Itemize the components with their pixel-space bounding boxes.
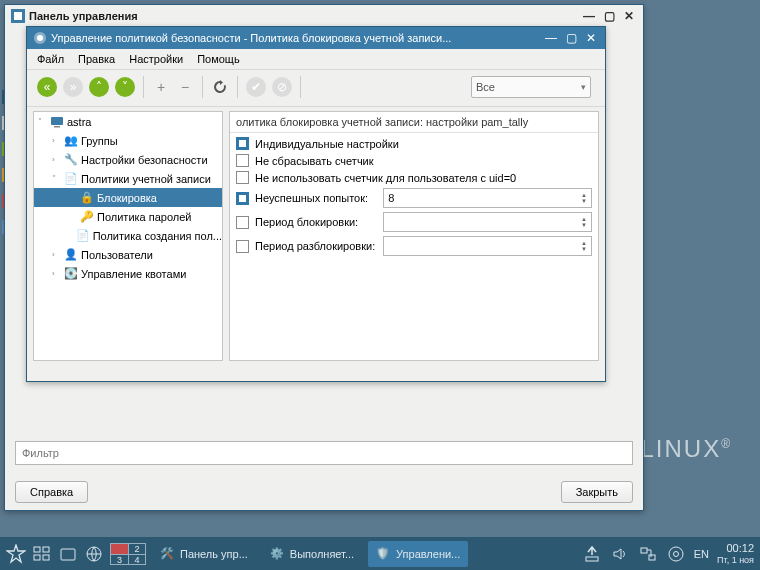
tree-view[interactable]: ˅ astra › 👥 Группы › 🔧 Настройки безопас…	[33, 111, 223, 361]
workspace-3[interactable]: 3	[111, 554, 128, 565]
collapse-icon[interactable]: ˅	[38, 117, 47, 126]
refresh-icon[interactable]	[211, 78, 229, 96]
workspace-2[interactable]: 2	[128, 544, 145, 554]
svg-rect-10	[43, 555, 49, 560]
individual-settings-checkbox[interactable]	[236, 137, 249, 150]
deny-icon[interactable]: ⊘	[272, 77, 292, 97]
tree-item-quota[interactable]: › 💽 Управление квотами	[34, 264, 222, 283]
app-icon	[33, 31, 47, 45]
tree-item-users[interactable]: › 👤 Пользователи	[34, 245, 222, 264]
tree-item-account-policies[interactable]: ˅ 📄 Политики учетной записи	[34, 169, 222, 188]
close-icon[interactable]: ✕	[623, 10, 635, 22]
checkbox-label: Индивидуальные настройки	[255, 138, 399, 150]
collapse-icon[interactable]: ˅	[52, 174, 61, 183]
tree-item-creation-policy[interactable]: 📄 Политика создания пол...	[34, 226, 222, 245]
accept-icon[interactable]: ✔	[246, 77, 266, 97]
svg-rect-1	[14, 12, 22, 20]
maximize-icon[interactable]: ▢	[603, 10, 615, 22]
window-titlebar[interactable]: Управление политикой безопасности - Поли…	[27, 27, 605, 49]
browser-icon[interactable]	[84, 544, 104, 564]
taskbar-task[interactable]: 🛠️ Панель упр...	[152, 541, 256, 567]
clock-date: Пт, 1 ноя	[717, 554, 754, 566]
brand-text: LINUX	[640, 435, 721, 462]
tasks-icon[interactable]	[32, 544, 52, 564]
tree-item-groups[interactable]: › 👥 Группы	[34, 131, 222, 150]
close-icon[interactable]: ✕	[585, 32, 597, 44]
tree-item-password-policy[interactable]: 🔑 Политика паролей	[34, 207, 222, 226]
task-label: Выполняет...	[290, 548, 354, 560]
workspace-4[interactable]: 4	[128, 554, 145, 565]
keyboard-layout[interactable]: EN	[694, 548, 709, 560]
remove-icon[interactable]: −	[176, 77, 194, 97]
menu-bar: Файл Правка Настройки Помощь	[27, 49, 605, 70]
spin-down-icon[interactable]: ▼	[581, 222, 587, 228]
help-button[interactable]: Справка	[15, 481, 88, 503]
tree-label: Пользователи	[81, 249, 153, 261]
window-title: Управление политикой безопасности - Поли…	[51, 32, 541, 44]
svg-rect-14	[641, 548, 647, 553]
close-button[interactable]: Закрыть	[561, 481, 633, 503]
nav-forward-icon[interactable]: »	[63, 77, 83, 97]
updates-icon[interactable]	[582, 544, 602, 564]
window-titlebar[interactable]: Панель управления — ▢ ✕	[5, 5, 643, 27]
taskbar: 2 3 4 🛠️ Панель упр... ⚙️ Выполняет... 🛡…	[0, 537, 760, 570]
expand-icon[interactable]: ›	[52, 269, 61, 278]
clock[interactable]: 00:12 Пт, 1 ноя	[717, 542, 754, 566]
svg-rect-11	[61, 549, 75, 560]
no-reset-checkbox[interactable]	[236, 154, 249, 167]
network-icon[interactable]	[638, 544, 658, 564]
taskbar-task[interactable]: ⚙️ Выполняет...	[262, 541, 362, 567]
nav-up-icon[interactable]: ˄	[89, 77, 109, 97]
app-icon: 🛠️	[160, 547, 174, 560]
app-icon: 🛡️	[376, 547, 390, 560]
spin-down-icon[interactable]: ▼	[581, 246, 587, 252]
expand-icon[interactable]: ›	[52, 136, 61, 145]
minimize-icon[interactable]: —	[583, 10, 595, 22]
svg-rect-15	[649, 555, 655, 560]
tree-item-security-settings[interactable]: › 🔧 Настройки безопасности	[34, 150, 222, 169]
policy-icon: 📄	[64, 172, 78, 186]
system-tray: EN 00:12 Пт, 1 ноя	[582, 542, 754, 566]
nav-back-icon[interactable]: «	[37, 77, 57, 97]
lock-period-checkbox[interactable]	[236, 216, 249, 229]
fail-attempts-spinner[interactable]: 8 ▲▼	[383, 188, 592, 208]
menu-edit[interactable]: Правка	[78, 53, 115, 65]
unlock-period-spinner[interactable]: ▲▼	[383, 236, 592, 256]
fail-attempts-checkbox[interactable]	[236, 192, 249, 205]
expand-icon[interactable]: ›	[52, 250, 61, 259]
maximize-icon[interactable]: ▢	[565, 32, 577, 44]
volume-icon[interactable]	[610, 544, 630, 564]
svg-rect-5	[54, 126, 60, 128]
checkbox-label: Не сбрасывать счетчик	[255, 155, 374, 167]
expand-icon[interactable]: ›	[52, 155, 61, 164]
svg-point-3	[37, 35, 43, 41]
menu-help[interactable]: Помощь	[197, 53, 240, 65]
workspace-1[interactable]	[111, 544, 128, 554]
tree-root[interactable]: ˅ astra	[34, 112, 222, 131]
unlock-period-checkbox[interactable]	[236, 240, 249, 253]
menu-settings[interactable]: Настройки	[129, 53, 183, 65]
usb-icon[interactable]	[666, 544, 686, 564]
filter-input[interactable]	[15, 441, 633, 465]
tree-item-lockout[interactable]: 🔒 Блокировка	[34, 188, 222, 207]
workspace-pager[interactable]: 2 3 4	[110, 543, 146, 565]
add-icon[interactable]: +	[152, 77, 170, 97]
files-icon[interactable]	[58, 544, 78, 564]
tree-label: Блокировка	[97, 192, 157, 204]
uid0-checkbox[interactable]	[236, 171, 249, 184]
taskbar-task-active[interactable]: 🛡️ Управлени...	[368, 541, 468, 567]
tree-label: Группы	[81, 135, 118, 147]
security-policy-window: Управление политикой безопасности - Поли…	[26, 26, 606, 382]
svg-rect-4	[51, 117, 63, 125]
svg-rect-7	[34, 547, 40, 552]
spin-down-icon[interactable]: ▼	[581, 198, 587, 204]
field-label: Период разблокировки:	[255, 240, 375, 252]
field-label: Период блокировки:	[255, 216, 358, 228]
start-menu-icon[interactable]	[6, 544, 26, 564]
filter-dropdown[interactable]: Все ▾	[471, 76, 591, 98]
window-title: Панель управления	[29, 10, 579, 22]
lock-period-spinner[interactable]: ▲▼	[383, 212, 592, 232]
nav-down-icon[interactable]: ˅	[115, 77, 135, 97]
menu-file[interactable]: Файл	[37, 53, 64, 65]
minimize-icon[interactable]: —	[545, 32, 557, 44]
